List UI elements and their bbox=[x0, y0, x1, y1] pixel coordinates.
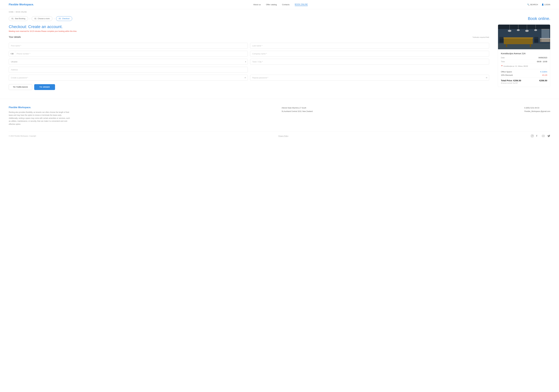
step-2[interactable]: 02. Choose a room bbox=[32, 16, 52, 21]
svg-rect-15 bbox=[499, 38, 503, 43]
login-link[interactable]: 👤 LOGIN bbox=[541, 3, 550, 6]
step-1-label: Start Booking bbox=[15, 18, 25, 20]
form-row-location: Ukraine Poland Germany Lithuania bbox=[9, 59, 489, 65]
search-label: SEARCH bbox=[530, 3, 538, 6]
search-link[interactable]: 🔍 SEARCH bbox=[527, 3, 538, 6]
address-group bbox=[9, 67, 248, 73]
footer-bottom: © 2023 Flexible Workspace. Copyright Pri… bbox=[9, 132, 550, 137]
svg-rect-16 bbox=[499, 37, 503, 39]
venue-name: Konstitucijos Avenue 21A bbox=[501, 52, 547, 55]
nav-book-online[interactable]: BOOK ONLINE bbox=[295, 3, 308, 6]
svg-marker-27 bbox=[543, 135, 544, 136]
svg-rect-21 bbox=[540, 38, 550, 42]
form-row-names bbox=[9, 43, 489, 49]
svg-rect-22 bbox=[540, 38, 550, 39]
address-input[interactable] bbox=[9, 67, 248, 73]
footer-brand: Flexible Workspace. Renting also provide… bbox=[9, 106, 70, 126]
repeat-password-input[interactable] bbox=[250, 75, 489, 81]
timer-notice: Meeting room reserved for 16:23 minutes.… bbox=[9, 30, 489, 32]
repeat-password-eye-icon[interactable]: 👁 bbox=[486, 77, 488, 79]
svg-rect-1 bbox=[498, 25, 550, 29]
discount-label: 10% Discount: bbox=[501, 74, 513, 76]
form-section: Checkout: Create an account. Meeting roo… bbox=[9, 24, 489, 90]
twitter-icon[interactable] bbox=[547, 134, 550, 137]
page-title: Book online. bbox=[528, 16, 550, 21]
nav-offer[interactable]: Offer catalog bbox=[266, 3, 277, 6]
privacy-policy-link[interactable]: Privacy Policy bbox=[279, 135, 288, 137]
phone-group: +38 bbox=[9, 51, 248, 57]
office-space-price: € 219/m bbox=[540, 71, 547, 73]
footer-copyright: © 2023 Flexible Workspace. Copyright bbox=[9, 135, 36, 137]
location-row: 📍 Konstitucijos pr. 21, Vilnius, 08130 bbox=[501, 65, 547, 67]
password-input[interactable] bbox=[9, 75, 248, 81]
page-title-text: Book online bbox=[528, 16, 549, 21]
footer-address-line1: Altered State Machine,17 South bbox=[281, 106, 313, 110]
logo[interactable]: Flexible Workspace. bbox=[9, 3, 34, 6]
price-divider bbox=[501, 69, 547, 69]
details-heading: Your details bbox=[9, 36, 21, 38]
company-input[interactable] bbox=[250, 51, 489, 57]
footer-logo[interactable]: Flexible Workspace. bbox=[9, 106, 70, 109]
discount-value: -€1.20 bbox=[542, 74, 547, 76]
svg-rect-10 bbox=[498, 44, 550, 49]
step-arrow-1: › bbox=[29, 18, 30, 20]
svg-rect-23 bbox=[531, 135, 533, 137]
header: Flexible Workspace. About us Offer catal… bbox=[0, 0, 559, 9]
svg-point-24 bbox=[532, 135, 533, 136]
facebook-icon[interactable]: f bbox=[536, 134, 539, 137]
svg-point-5 bbox=[517, 29, 520, 31]
main-content: Checkout: Create an account. Meeting roo… bbox=[0, 24, 559, 99]
date-row: Date 04/06/2023 bbox=[501, 57, 547, 60]
country-select[interactable]: Ukraine Poland Germany Lithuania bbox=[9, 59, 248, 65]
footer-logo-suffix: Workspace. bbox=[18, 106, 31, 109]
footer-address-line2: St,Auckland Central 1010, New Zealand bbox=[281, 110, 313, 113]
total-row: Total Price: €256.50 €256.50 bbox=[501, 79, 547, 82]
discount-row: 10% Discount: -€1.20 bbox=[501, 74, 547, 76]
step-1[interactable]: 01. Start Booking bbox=[9, 16, 28, 21]
step-3[interactable]: 03. Checkout bbox=[56, 16, 72, 21]
time-row: Time 09:00 - 10:00 bbox=[501, 61, 547, 64]
breadcrumb: HOME / BOOK ONLINE bbox=[0, 9, 559, 15]
order-button[interactable]: TO ORDER bbox=[34, 84, 55, 90]
breadcrumb-home[interactable]: HOME bbox=[9, 11, 14, 13]
footer-description: Renting also provides flexibility, as te… bbox=[9, 111, 70, 126]
total-divider bbox=[501, 78, 547, 78]
search-icon: 🔍 bbox=[527, 3, 530, 6]
password-eye-icon[interactable]: 👁 bbox=[244, 77, 246, 79]
nav-about[interactable]: About us bbox=[253, 3, 261, 6]
svg-rect-14 bbox=[530, 44, 531, 47]
tax-note: All prices exclude Tax/VAT bbox=[501, 82, 547, 84]
checkout-title: Checkout: Create an account. bbox=[9, 24, 489, 29]
town-group bbox=[250, 59, 489, 65]
form-row-passwords: 👁 👁 bbox=[9, 75, 489, 81]
last-name-input[interactable] bbox=[250, 43, 489, 49]
form-row-phone-company: +38 bbox=[9, 51, 489, 57]
footer-logo-brand: Flexible bbox=[9, 106, 18, 109]
room-image bbox=[498, 25, 550, 49]
login-label: LOGIN bbox=[544, 3, 550, 6]
youtube-icon[interactable] bbox=[542, 134, 545, 137]
location-pin-icon: 📍 bbox=[501, 65, 503, 67]
instagram-icon[interactable] bbox=[531, 134, 534, 137]
time-value: 09:00 - 10:00 bbox=[537, 61, 547, 63]
nav-contacts[interactable]: Contacts bbox=[282, 3, 289, 6]
steps-section: 01. Start Booking › 02. Choose a room › … bbox=[0, 15, 559, 24]
first-name-input[interactable] bbox=[9, 43, 248, 49]
logo-suffix: Workspace. bbox=[19, 3, 34, 6]
svg-rect-17 bbox=[534, 38, 538, 43]
country-group: Ukraine Poland Germany Lithuania bbox=[9, 59, 248, 65]
phone-prefix: +38 bbox=[9, 51, 15, 57]
svg-point-25 bbox=[533, 135, 533, 135]
location-text: Konstitucijos pr. 21, Vilnius, 08130 bbox=[503, 65, 528, 67]
svg-rect-11 bbox=[504, 38, 533, 44]
phone-input[interactable] bbox=[15, 51, 248, 57]
town-input[interactable] bbox=[250, 59, 489, 65]
step-2-label: Choose a room bbox=[38, 18, 50, 20]
footer-contact-right: 8 (800) 5231-94-03 Flexible_Workspace.@g… bbox=[524, 106, 550, 126]
breadcrumb-current: BOOK ONLINE bbox=[16, 11, 27, 13]
footer-top: Flexible Workspace. Renting also provide… bbox=[9, 106, 550, 126]
svg-rect-13 bbox=[506, 44, 507, 47]
footer-email: Flexible_Workspace.@gmail.com bbox=[524, 110, 550, 113]
back-button[interactable]: TO TURN BACK bbox=[9, 84, 32, 90]
office-space-label: Office Space: bbox=[501, 71, 512, 73]
